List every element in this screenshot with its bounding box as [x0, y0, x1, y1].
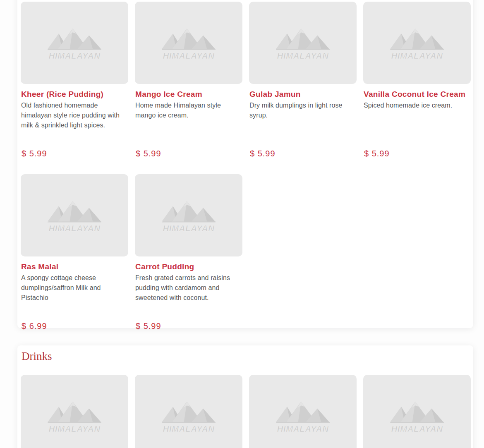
menu-item-card[interactable]: HIMALAYAN [21, 375, 128, 448]
item-name: Kheer (Rice Pudding) [21, 89, 127, 99]
himalayan-logo-icon: HIMALAYAN [161, 398, 216, 434]
menu-item-card[interactable]: HIMALAYAN [249, 375, 357, 448]
himalayan-logo-text: HIMALAYAN [48, 424, 101, 434]
item-image-placeholder: HIMALAYAN [21, 375, 128, 448]
item-image-placeholder: HIMALAYAN [363, 375, 471, 448]
item-description: Dry milk dumplings in light rose syrup. [249, 101, 356, 120]
himalayan-logo-icon: HIMALAYAN [275, 25, 331, 61]
himalayan-logo-icon: HIMALAYAN [389, 25, 445, 61]
himalayan-logo-text: HIMALAYAN [48, 51, 101, 60]
item-price: $ 5.99 [364, 149, 471, 158]
himalayan-logo-text: HIMALAYAN [163, 51, 215, 60]
menu-item-card[interactable]: HIMALAYAN Gulab Jamun Dry milk dumplings… [249, 2, 357, 158]
item-image-placeholder: HIMALAYAN [135, 174, 242, 256]
item-image-placeholder: HIMALAYAN [135, 2, 242, 84]
item-name: Ras Malai [21, 261, 127, 272]
desserts-section: HIMALAYAN Kheer (Rice Pudding) Old fashi… [17, 0, 473, 328]
item-description: Spiced homemade ice cream. [364, 101, 470, 110]
himalayan-logo-icon: HIMALAYAN [47, 398, 102, 434]
menu-item-card[interactable]: HIMALAYAN [363, 375, 471, 448]
himalayan-logo-icon: HIMALAYAN [47, 198, 102, 233]
item-name: Gulab Jamun [249, 89, 356, 99]
item-price: $ 5.99 [136, 322, 242, 331]
himalayan-logo-text: HIMALAYAN [163, 223, 215, 233]
item-description: Fresh grated carrots and raisins pudding… [135, 273, 242, 303]
item-price: $ 5.99 [22, 149, 128, 158]
himalayan-logo-text: HIMALAYAN [391, 424, 443, 434]
item-name: Carrot Pudding [135, 261, 242, 272]
item-price: $ 6.99 [22, 322, 128, 331]
menu-item-card[interactable]: HIMALAYAN Mango Ice Cream Home made Hima… [135, 2, 242, 158]
himalayan-logo-icon: HIMALAYAN [389, 398, 445, 434]
item-description: A spongy cottage cheese dumplings/saffro… [21, 273, 127, 303]
menu-item-card[interactable]: HIMALAYAN Vanilla Coconut Ice Cream Spic… [363, 2, 471, 158]
drinks-section: Drinks HIMALAYAN HIMALAYAN [17, 345, 473, 448]
drinks-section-title: Drinks [17, 345, 473, 368]
item-image-placeholder: HIMALAYAN [21, 174, 128, 256]
himalayan-logo-text: HIMALAYAN [391, 51, 443, 60]
himalayan-logo-text: HIMALAYAN [277, 424, 329, 434]
item-description: Old fashioned homemade himalayan style r… [21, 101, 127, 130]
item-price: $ 5.99 [250, 149, 357, 158]
item-image-placeholder: HIMALAYAN [249, 2, 357, 84]
item-name: Mango Ice Cream [135, 89, 242, 99]
desserts-grid: HIMALAYAN Kheer (Rice Pudding) Old fashi… [21, 2, 470, 331]
item-name: Vanilla Coconut Ice Cream [364, 89, 470, 99]
himalayan-logo-text: HIMALAYAN [163, 424, 215, 434]
item-image-placeholder: HIMALAYAN [21, 2, 128, 84]
item-price: $ 5.99 [136, 149, 242, 158]
menu-item-card[interactable]: HIMALAYAN [135, 375, 242, 448]
himalayan-logo-icon: HIMALAYAN [161, 198, 216, 233]
himalayan-logo-icon: HIMALAYAN [275, 398, 331, 434]
menu-item-card[interactable]: HIMALAYAN Kheer (Rice Pudding) Old fashi… [21, 2, 128, 158]
item-description: Home made Himalayan style mango ice crea… [135, 101, 242, 120]
menu-item-card[interactable]: HIMALAYAN Carrot Pudding Fresh grated ca… [135, 174, 242, 331]
drinks-grid: HIMALAYAN HIMALAYAN HIMALAYAN [21, 375, 470, 448]
item-image-placeholder: HIMALAYAN [249, 375, 357, 448]
himalayan-logo-icon: HIMALAYAN [161, 25, 216, 61]
item-image-placeholder: HIMALAYAN [363, 2, 471, 84]
item-image-placeholder: HIMALAYAN [135, 375, 242, 448]
himalayan-logo-text: HIMALAYAN [277, 51, 329, 60]
himalayan-logo-text: HIMALAYAN [48, 223, 101, 233]
himalayan-logo-icon: HIMALAYAN [47, 25, 102, 61]
menu-item-card[interactable]: HIMALAYAN Ras Malai A spongy cottage che… [21, 174, 128, 331]
